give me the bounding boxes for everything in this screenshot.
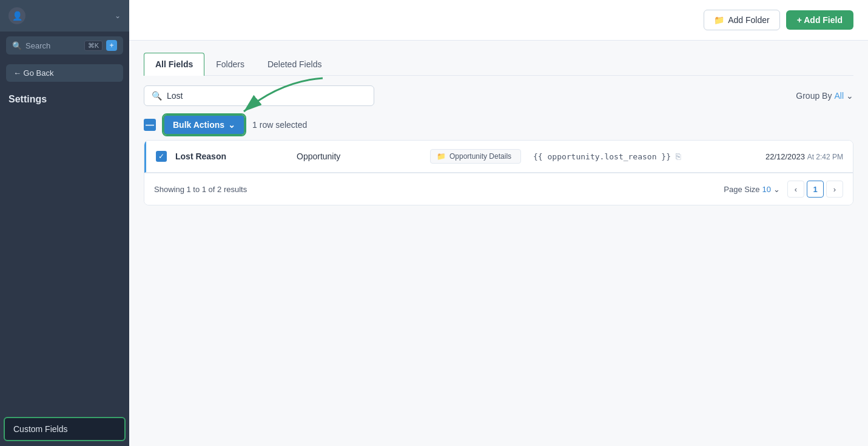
main-header: 📁 Add Folder + Add Field — [129, 0, 868, 41]
main-content: 📁 Add Folder + Add Field All Fields Fold… — [129, 0, 868, 446]
fields-table: ✓ Lost Reason Opportunity 📁 Opportunity … — [144, 140, 853, 205]
toolbar-row: — Bulk Actions ⌄ 1 row selected — [144, 115, 853, 135]
group-by-selector[interactable]: Group By All ⌄ — [796, 91, 853, 101]
sidebar-item-custom-fields[interactable]: Custom Fields — [4, 417, 126, 441]
field-name: Lost Reason — [175, 151, 272, 161]
sidebar-spacer — [0, 110, 129, 412]
search-icon: 🔍 — [12, 41, 22, 50]
tab-deleted-fields[interactable]: Deleted Fields — [256, 53, 334, 75]
bulk-actions-button[interactable]: Bulk Actions ⌄ — [163, 115, 245, 135]
page-number-controls: ‹ 1 › — [787, 181, 843, 198]
sidebar-user[interactable]: 👤 ⌄ — [0, 0, 129, 32]
tab-folders[interactable]: Folders — [204, 53, 256, 75]
search-row: 🔍 Group By All ⌄ — [144, 85, 853, 106]
chevron-down-icon: ⌄ — [228, 120, 235, 130]
field-search-box[interactable]: 🔍 — [144, 85, 374, 106]
deselect-button[interactable]: — — [144, 119, 156, 131]
tabs-bar: All Fields Folders Deleted Fields — [144, 53, 853, 76]
page-size-label: Page Size — [724, 185, 759, 194]
prev-page-button[interactable]: ‹ — [787, 181, 804, 198]
page-1-button[interactable]: 1 — [807, 181, 824, 198]
go-back-button[interactable]: ← Go Back — [6, 64, 123, 82]
sidebar: 👤 ⌄ 🔍 Search ⌘K + ← Go Back Settings Cus… — [0, 0, 129, 446]
sidebar-search[interactable]: 🔍 Search ⌘K + — [6, 36, 123, 55]
chevron-down-icon: ⌄ — [846, 91, 853, 101]
page-size-selector[interactable]: Page Size 10 ⌄ — [724, 185, 780, 194]
table-row: ✓ Lost Reason Opportunity 📁 Opportunity … — [144, 141, 853, 173]
add-icon[interactable]: + — [106, 40, 117, 51]
next-page-button[interactable]: › — [826, 181, 843, 198]
add-folder-button[interactable]: 📁 Add Folder — [704, 10, 779, 30]
field-folder: 📁 Opportunity Details — [430, 149, 521, 164]
pagination-controls: Page Size 10 ⌄ ‹ 1 › — [724, 181, 843, 198]
search-icon: 🔍 — [152, 91, 162, 101]
search-input[interactable] — [167, 91, 366, 101]
bulk-actions-label: Bulk Actions — [173, 120, 224, 130]
chevron-down-icon: ⌄ — [115, 12, 121, 20]
user-icon: 👤 — [8, 7, 25, 24]
tab-all-fields[interactable]: All Fields — [144, 53, 204, 76]
group-by-value: All — [834, 91, 844, 101]
pagination-row: Showing 1 to 1 of 2 results Page Size 10… — [144, 173, 853, 205]
search-shortcut: ⌘K — [84, 41, 103, 51]
checkmark-icon: ✓ — [158, 152, 164, 161]
copy-icon[interactable]: ⎘ — [676, 151, 681, 161]
search-label: Search — [25, 41, 81, 50]
row-checkbox[interactable]: ✓ — [156, 151, 167, 162]
add-field-button[interactable]: + Add Field — [786, 10, 853, 30]
field-date: 22/12/2023 At 2:42 PM — [765, 152, 843, 161]
main-body: All Fields Folders Deleted Fields 🔍 Grou… — [129, 41, 868, 446]
showing-results: Showing 1 to 1 of 2 results — [154, 185, 247, 194]
folder-icon: 📁 — [437, 152, 446, 161]
field-object: Opportunity — [297, 151, 418, 161]
chevron-down-icon: ⌄ — [773, 185, 780, 194]
page-size-value: 10 — [762, 185, 771, 194]
field-time: At 2:42 PM — [807, 153, 843, 161]
group-by-label: Group By — [796, 91, 832, 101]
row-selected-count: 1 row selected — [252, 120, 307, 130]
folder-plus-icon: 📁 — [714, 15, 724, 25]
settings-label: Settings — [0, 87, 129, 110]
field-template: {{ opportunity.lost_reason }} — [533, 152, 671, 161]
folder-name: Opportunity Details — [449, 152, 511, 161]
